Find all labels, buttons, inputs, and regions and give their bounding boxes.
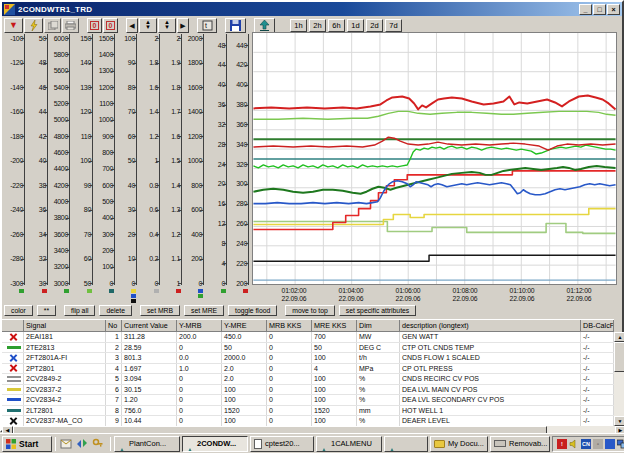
vertical-scroll-thumb[interactable]: [614, 342, 624, 372]
tray-scanner-icon[interactable]: ▫: [593, 439, 603, 449]
taskbar-task-plantcon-[interactable]: PlantCon...: [114, 436, 180, 452]
zero-left-button[interactable]: 0: [87, 18, 102, 33]
column-header-DB-CalcF[interactable]: DB-CalcF: [581, 320, 614, 331]
column-header-icon[interactable]: [2, 320, 24, 331]
tray-display-icon[interactable]: [605, 439, 615, 449]
zoom-in-spinner[interactable]: ▲▼: [139, 18, 157, 33]
time-range-7d[interactable]: 7d: [385, 19, 402, 32]
table-row[interactable]: 2TE2813228.59050050DEG CCTP OTL CNDS TEM…: [2, 343, 614, 354]
time-axis-label: 01:06:0022.09.06: [380, 287, 436, 302]
double-line-marker-icon: [7, 376, 21, 382]
tray-volume-icon[interactable]: [569, 439, 579, 449]
y-axes-panel[interactable]: -100-120-140-160-180-200-220-240-260-280…: [2, 32, 252, 304]
cell-value: 1.697: [122, 364, 177, 374]
copy-window-button[interactable]: [44, 18, 61, 33]
time-range-1d[interactable]: 1d: [347, 19, 364, 32]
taskbar-task-1calmenu[interactable]: 1CALMENU: [316, 436, 382, 452]
table-row[interactable]: 2CV2834-271.2001000100%DEA LVL SECONDARY…: [2, 395, 614, 406]
tray-network-icon[interactable]: [617, 439, 624, 449]
table-vertical-scrollbar[interactable]: ▲ ▼: [614, 332, 624, 426]
maximize-button[interactable]: □: [593, 4, 606, 15]
column-header-Dim[interactable]: Dim: [357, 320, 400, 331]
zoom-out-spinner[interactable]: ▲▼: [158, 18, 176, 33]
y-axis-10-tick-label: 20: [205, 180, 225, 187]
y-axis-9-tick-label: 800: [182, 182, 202, 189]
y-axis-9-tick: [200, 136, 204, 137]
table-row[interactable]: 2FT2801A-FI3801.30.02000.00100t/hCNDS FL…: [2, 353, 614, 364]
taskbar-task-2condw-[interactable]: 2CONDW...: [182, 436, 248, 452]
y-axis-6-tick: [133, 112, 137, 113]
column-header-No[interactable]: No: [106, 320, 122, 331]
trend-plot[interactable]: [252, 32, 617, 285]
time-range-2d[interactable]: 2d: [366, 19, 383, 32]
scroll-right-button[interactable]: ▶: [177, 18, 189, 33]
table-row[interactable]: 2LT28018756.00152001520mmHOT WELL 1-/-: [2, 406, 614, 417]
y-axis-10-tick-label: 44: [205, 61, 225, 68]
series-red-upper: [253, 96, 615, 110]
minimize-button[interactable]: _: [579, 4, 592, 15]
y-axis-11-tick-label: 240: [227, 240, 247, 247]
action-toggle-flood-button[interactable]: toggle flood: [228, 305, 277, 316]
action-color-button[interactable]: color: [4, 305, 33, 316]
windows-logo-icon: [6, 439, 16, 449]
network-monitors-icon: [617, 439, 624, 449]
action-move-to-top-button[interactable]: move to top: [285, 305, 335, 316]
print-button[interactable]: [62, 18, 79, 33]
quicklaunch-desktop-icon[interactable]: [75, 437, 89, 451]
action-stars-button[interactable]: **: [37, 305, 56, 316]
save-button[interactable]: [225, 18, 246, 33]
quicklaunch-keys-icon[interactable]: [91, 437, 105, 451]
action-set-specific-attributes-button[interactable]: set specific attributes: [339, 305, 416, 316]
table-row[interactable]: 2CV2837-2630.1501000100%DEA LVL MAIN CV …: [2, 385, 614, 396]
action-delete-button[interactable]: delete: [99, 305, 132, 316]
taskbar-task-removab-[interactable]: Removab...: [490, 436, 550, 452]
time-range-6h[interactable]: 6h: [328, 19, 345, 32]
action-set-mre-button[interactable]: set MRE: [184, 305, 224, 316]
time-range-1h[interactable]: 1h: [290, 19, 307, 32]
table-row[interactable]: 2CV2837-MA_CO910.4401000100%DEAER LEVEL-…: [2, 416, 614, 427]
taskbar-task-cptest20-[interactable]: cptest20...: [250, 436, 314, 452]
taskbar-task-my-docu-[interactable]: My Docu...: [430, 436, 488, 452]
y-axis-3-tick: [66, 136, 70, 137]
alarm-button[interactable]: ▼: [4, 18, 23, 33]
scroll-down-icon[interactable]: ▼: [614, 416, 624, 426]
y-axis-6-tick-label: 80: [115, 84, 135, 91]
column-header-MRB KKS[interactable]: MRB KKS: [267, 320, 312, 331]
close-button[interactable]: ×: [607, 4, 620, 15]
cell-db: -/-: [581, 406, 614, 416]
taskbar-task-untitled[interactable]: [384, 436, 428, 452]
edit-button[interactable]: [24, 18, 43, 33]
title-bar[interactable]: 2CONDWTR1_TRD _ □ ×: [2, 2, 622, 16]
quicklaunch-mail-icon[interactable]: [59, 437, 73, 451]
y-axis-7-signal-marker: [154, 289, 159, 293]
y-axis-8-tick-label: 1.4: [160, 182, 180, 189]
table-row[interactable]: 2PT280141.6971.02.004MPaCP OTL PRESS-/-: [2, 364, 614, 375]
date-value: 22.09.06: [266, 295, 322, 303]
column-header-Y-MRB[interactable]: Y-MRB: [177, 320, 222, 331]
export-up-button[interactable]: [254, 18, 275, 33]
column-header-MRE KKS[interactable]: MRE KKS: [312, 320, 357, 331]
time-value: 01:02:00: [266, 287, 322, 295]
y-axis-11-tick: [245, 224, 249, 225]
time-value: 01:08:00: [437, 287, 493, 295]
scroll-up-icon[interactable]: ▲: [614, 332, 624, 342]
tray-language-icon[interactable]: CN: [581, 439, 591, 449]
y-axis-1-tick: [21, 87, 25, 88]
time-settings-button[interactable]: t: [197, 18, 217, 33]
column-header-description (longtext)[interactable]: description (longtext): [400, 320, 581, 331]
start-button[interactable]: Start: [2, 436, 52, 452]
table-row[interactable]: 2CV2849-253.09402.00100%CNDS RECIRC CV P…: [2, 374, 614, 385]
time-range-2h[interactable]: 2h: [309, 19, 326, 32]
y-axis-4-tick-label: 90: [71, 182, 91, 189]
column-header-Signal[interactable]: Signal: [24, 320, 106, 331]
column-header-Y-MRE[interactable]: Y-MRE: [222, 320, 267, 331]
tray-alert-icon[interactable]: !: [557, 439, 567, 449]
zero-right-button[interactable]: 0: [103, 18, 118, 33]
time-axis-label: 01:12:0022.09.06: [551, 287, 607, 302]
y-axis-3-tick: [66, 71, 70, 72]
table-row[interactable]: 2EAI1811311.28200.0450.00700MWGEN WATT-/…: [2, 332, 614, 343]
scroll-left-button[interactable]: ◀: [126, 18, 138, 33]
column-header-Current Value[interactable]: Current Value: [122, 320, 177, 331]
action-flip-all-button[interactable]: flip all: [64, 305, 95, 316]
action-set-mrb-button[interactable]: set MRB: [140, 305, 180, 316]
